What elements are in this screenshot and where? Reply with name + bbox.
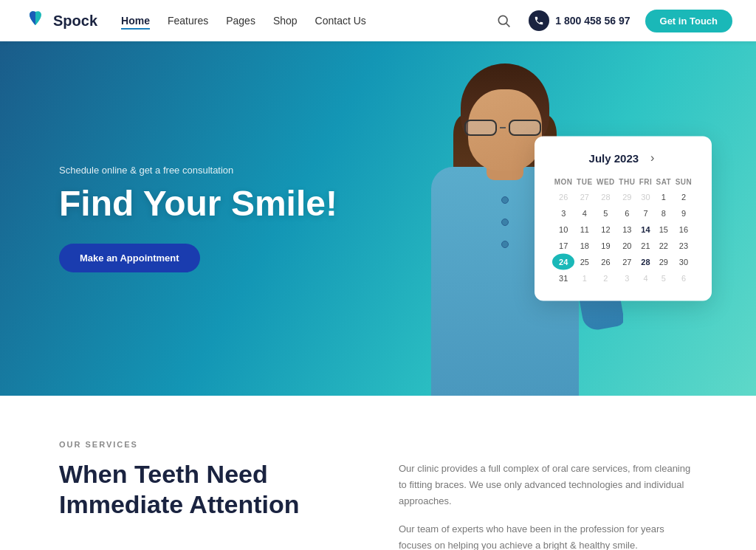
services-left: OUR SERVICES When Teeth Need Immediate A… — [59, 440, 340, 520]
nav-item-contact[interactable]: Contact Us — [315, 14, 366, 27]
cal-day-1-3[interactable]: 6 — [617, 205, 637, 221]
cal-day-0-4[interactable]: 30 — [637, 189, 654, 205]
cal-day-2-5[interactable]: 15 — [654, 221, 673, 238]
cal-day-4-6[interactable]: 30 — [673, 254, 694, 270]
logo-icon — [24, 9, 47, 32]
nav-item-features[interactable]: Features — [168, 14, 208, 27]
services-right: Our clinic provides a full complex of or… — [399, 440, 697, 550]
calendar-week-5: 31123456 — [552, 270, 694, 286]
cal-day-0-0[interactable]: 26 — [552, 189, 574, 205]
get-in-touch-button[interactable]: Get in Touch — [645, 10, 732, 32]
cal-day-2-3[interactable]: 13 — [617, 221, 637, 238]
cal-day-0-6[interactable]: 2 — [673, 189, 694, 205]
cal-day-3-2[interactable]: 19 — [594, 238, 616, 254]
cal-day-5-2[interactable]: 2 — [594, 270, 616, 286]
cal-day-1-2[interactable]: 5 — [594, 205, 616, 221]
cal-day-1-6[interactable]: 9 — [673, 205, 694, 221]
cal-day-5-4[interactable]: 4 — [637, 270, 654, 286]
services-label: OUR SERVICES — [59, 440, 340, 449]
cal-day-1-1[interactable]: 4 — [574, 205, 594, 221]
calendar-grid: MON TUE WED THU FRI SAT SUN 262728293012… — [552, 175, 694, 286]
cal-day-3-3[interactable]: 20 — [617, 238, 637, 254]
cal-day-4-0[interactable]: 24 — [552, 254, 574, 270]
nav-item-home[interactable]: Home — [121, 14, 150, 27]
cal-day-3-4[interactable]: 21 — [637, 238, 654, 254]
cal-day-5-5[interactable]: 5 — [654, 270, 673, 286]
cal-day-5-1[interactable]: 1 — [574, 270, 594, 286]
nav-links: Home Features Pages Shop Contact Us — [121, 14, 496, 27]
cal-day-0-3[interactable]: 29 — [617, 189, 637, 205]
calendar-body: 2627282930123456789101112131415161718192… — [552, 189, 694, 286]
cal-day-4-3[interactable]: 27 — [617, 254, 637, 270]
calendar-week-2: 10111213141516 — [552, 221, 694, 238]
cal-day-0-5[interactable]: 1 — [654, 189, 673, 205]
hero-title: Find Your Smile! — [59, 185, 337, 224]
phone-icon — [529, 10, 549, 31]
cal-day-4-1[interactable]: 25 — [574, 254, 594, 270]
cal-day-3-1[interactable]: 18 — [574, 238, 594, 254]
services-desc-2: Our team of experts who have been in the… — [399, 521, 697, 550]
nav-item-pages[interactable]: Pages — [226, 14, 255, 27]
services-top: OUR SERVICES When Teeth Need Immediate A… — [59, 440, 697, 550]
cal-day-2-0[interactable]: 10 — [552, 221, 574, 238]
calendar-month-title: July 2023 — [589, 151, 639, 164]
cal-day-3-0[interactable]: 17 — [552, 238, 574, 254]
cal-day-2-1[interactable]: 11 — [574, 221, 594, 238]
cal-day-1-0[interactable]: 3 — [552, 205, 574, 221]
cal-header-wed: WED — [594, 175, 616, 189]
navbar: Spock Home Features Pages Shop Contact U… — [0, 0, 756, 41]
cal-header-tue: TUE — [574, 175, 594, 189]
calendar-week-4: 24252627282930 — [552, 254, 694, 270]
cal-header-mon: MON — [552, 175, 574, 189]
cal-day-3-6[interactable]: 23 — [673, 238, 694, 254]
cal-day-1-5[interactable]: 8 — [654, 205, 673, 221]
cal-header-thu: THU — [617, 175, 637, 189]
cal-day-4-2[interactable]: 26 — [594, 254, 616, 270]
cal-day-2-4[interactable]: 14 — [637, 221, 654, 238]
hero-subtitle: Schedule online & get a free consultatio… — [59, 165, 337, 176]
cal-day-4-4[interactable]: 28 — [637, 254, 654, 270]
calendar-week-1: 3456789 — [552, 205, 694, 221]
services-desc-1: Our clinic provides a full complex of or… — [399, 461, 697, 509]
hero-section: Schedule online & get a free consultatio… — [0, 41, 756, 396]
cal-header-sat: SAT — [654, 175, 673, 189]
calendar-header: July 2023 › — [552, 151, 694, 165]
cal-day-0-1[interactable]: 27 — [574, 189, 594, 205]
phone-number: 1 800 458 56 97 — [555, 15, 630, 27]
make-appointment-button[interactable]: Make an Appointment — [59, 244, 200, 272]
cal-day-5-0[interactable]: 31 — [552, 270, 574, 286]
calendar-week-0: 262728293012 — [552, 189, 694, 205]
nav-phone: 1 800 458 56 97 — [529, 10, 630, 31]
cal-day-0-2[interactable]: 28 — [594, 189, 616, 205]
cal-day-5-3[interactable]: 3 — [617, 270, 637, 286]
brand-name: Spock — [53, 13, 97, 30]
services-title: When Teeth Need Immediate Attention — [59, 459, 340, 520]
svg-line-1 — [506, 24, 510, 27]
nav-logo[interactable]: Spock — [24, 9, 97, 32]
cal-day-4-5[interactable]: 29 — [654, 254, 673, 270]
calendar-week-3: 17181920212223 — [552, 238, 694, 254]
search-icon[interactable] — [496, 13, 511, 28]
calendar-widget: July 2023 › MON TUE WED THU FRI SAT SUN … — [535, 137, 712, 301]
cal-day-1-4[interactable]: 7 — [637, 205, 654, 221]
calendar-weekday-headers: MON TUE WED THU FRI SAT SUN — [552, 175, 694, 189]
svg-point-0 — [499, 16, 508, 24]
cal-day-2-6[interactable]: 16 — [673, 221, 694, 238]
calendar-next-button[interactable]: › — [647, 151, 657, 165]
cal-day-5-6[interactable]: 6 — [673, 270, 694, 286]
nav-item-shop[interactable]: Shop — [273, 14, 298, 27]
services-section: OUR SERVICES When Teeth Need Immediate A… — [0, 396, 756, 550]
cal-header-sun: SUN — [673, 175, 694, 189]
cal-header-fri: FRI — [637, 175, 654, 189]
hero-content: Schedule online & get a free consultatio… — [0, 165, 337, 273]
cal-day-2-2[interactable]: 12 — [594, 221, 616, 238]
cal-day-3-5[interactable]: 22 — [654, 238, 673, 254]
